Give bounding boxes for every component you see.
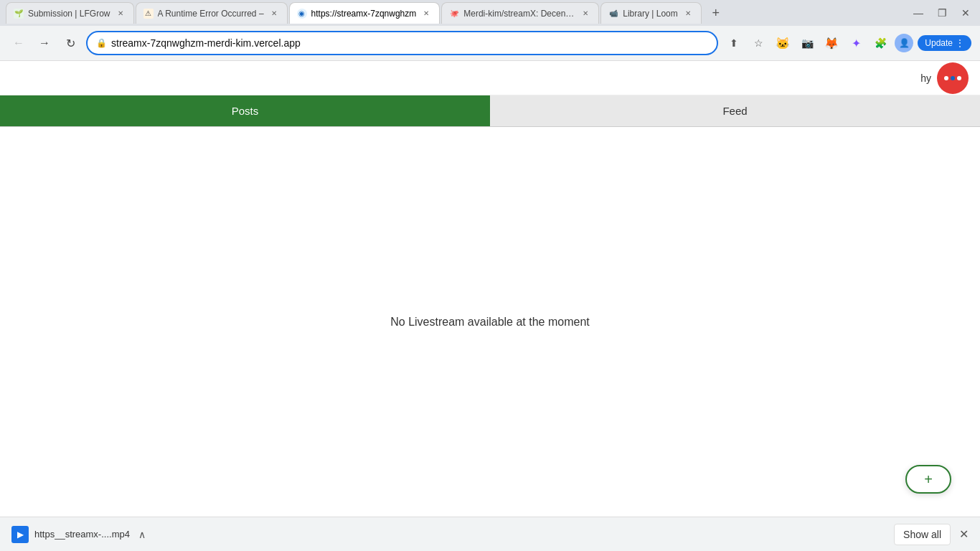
download-filename: https__streamx-....mp4	[34, 529, 130, 540]
tab3-favicon: ◉	[297, 9, 307, 19]
tab3-title: https://streamx-7zqnwghzm	[311, 9, 417, 19]
tab1-favicon: 🌱	[14, 9, 24, 19]
update-button[interactable]: Update ⋮	[918, 35, 971, 51]
avatar-image: 👤	[899, 38, 910, 48]
fab-button[interactable]: +	[905, 465, 951, 494]
download-bar: ▶ https__streamx-....mp4 ∧ Show all ✕	[0, 517, 980, 551]
tab5-title: Library | Loom	[623, 9, 677, 19]
tab5-favicon: 📹	[608, 9, 618, 19]
show-all-button[interactable]: Show all	[894, 524, 951, 545]
browser-tab-3[interactable]: ◉ https://streamx-7zqnwghzm ✕	[289, 2, 440, 24]
tab4-favicon: 🐙	[449, 9, 459, 19]
download-chevron-icon[interactable]: ∧	[138, 529, 146, 540]
tab-bar: 🌱 Submission | LFGrow ✕ ⚠ A Runtime Erro…	[0, 0, 980, 26]
bookmark-icon[interactable]: ☆	[748, 33, 768, 53]
toolbar-actions: ⬆ ☆ 🐱 📷 🦊 ✦ 🧩 👤 Update ⋮	[724, 33, 971, 53]
minimize-button[interactable]: —	[909, 6, 928, 20]
address-bar-row: ← → ↻ 🔒 ⬆ ☆ 🐱 📷 🦊 ✦ 🧩 👤 Update ⋮	[0, 26, 980, 60]
fab-icon: +	[924, 471, 933, 488]
browser-tab-4[interactable]: 🐙 Merdi-kim/streamX: Decent… ✕	[441, 2, 599, 24]
extensions-icon[interactable]: 🧩	[870, 33, 890, 53]
download-close-button[interactable]: ✕	[959, 527, 969, 541]
tab4-title: Merdi-kim/streamX: Decent…	[463, 9, 575, 19]
lock-icon: 🔒	[96, 38, 107, 48]
tab4-close[interactable]: ✕	[580, 8, 591, 19]
browser-tab-2[interactable]: ⚠ A Runtime Error Occurred – ✕	[136, 2, 288, 24]
tab-feed[interactable]: Feed	[490, 95, 980, 126]
page-content: hy Posts Feed No Livestream available at…	[0, 61, 980, 517]
tab2-close[interactable]: ✕	[268, 8, 280, 19]
avatar-dots	[944, 76, 961, 80]
update-menu-icon: ⋮	[956, 38, 964, 48]
close-window-button[interactable]: ✕	[957, 6, 974, 20]
app-header: hy	[0, 61, 980, 95]
tab-posts-label: Posts	[232, 105, 259, 117]
share-icon[interactable]: ⬆	[724, 33, 744, 53]
tab1-title: Submission | LFGrow	[28, 9, 110, 19]
tab-feed-label: Feed	[722, 105, 747, 117]
tab1-close[interactable]: ✕	[115, 8, 126, 19]
browser-chrome: 🌱 Submission | LFGrow ✕ ⚠ A Runtime Erro…	[0, 0, 980, 61]
empty-state-message: No Livestream available at the moment	[390, 316, 589, 329]
ext-tampermonkey-icon[interactable]: 🐱	[773, 33, 793, 53]
ext-perplexity-icon[interactable]: ✦	[846, 33, 866, 53]
address-bar[interactable]: 🔒	[86, 31, 718, 55]
avatar-dot-3	[957, 76, 961, 80]
tab-posts[interactable]: Posts	[0, 95, 490, 126]
maximize-button[interactable]: ❐	[933, 6, 951, 20]
header-by-label: hy	[920, 72, 931, 84]
window-controls: — ❐ ✕	[909, 6, 974, 20]
download-file-icon: ▶	[11, 526, 29, 543]
avatar-dot-2	[951, 76, 955, 80]
ext-camera-icon[interactable]: 📷	[797, 33, 817, 53]
forward-button[interactable]: →	[34, 33, 55, 53]
ext-metamask-icon[interactable]: 🦊	[821, 33, 842, 53]
tab2-title: A Runtime Error Occurred –	[158, 9, 264, 19]
address-input[interactable]	[111, 37, 708, 49]
page-tab-nav: Posts Feed	[0, 95, 980, 127]
download-bar-right: Show all ✕	[894, 524, 969, 545]
avatar-dot-1	[944, 76, 948, 80]
profile-avatar[interactable]: 👤	[895, 34, 913, 52]
download-item: ▶ https__streamx-....mp4 ∧	[11, 526, 146, 543]
browser-tab-5[interactable]: 📹 Library | Loom ✕	[600, 2, 701, 24]
tab2-favicon: ⚠	[143, 9, 154, 19]
main-content: No Livestream available at the moment	[0, 127, 980, 517]
tab5-close[interactable]: ✕	[682, 8, 694, 19]
browser-tab-1[interactable]: 🌱 Submission | LFGrow ✕	[6, 2, 134, 24]
new-tab-button[interactable]: +	[706, 3, 726, 23]
refresh-button[interactable]: ↻	[60, 33, 80, 53]
user-avatar[interactable]	[937, 62, 969, 94]
update-label: Update	[925, 38, 953, 48]
tab3-close[interactable]: ✕	[420, 8, 432, 19]
back-button[interactable]: ←	[9, 33, 29, 53]
